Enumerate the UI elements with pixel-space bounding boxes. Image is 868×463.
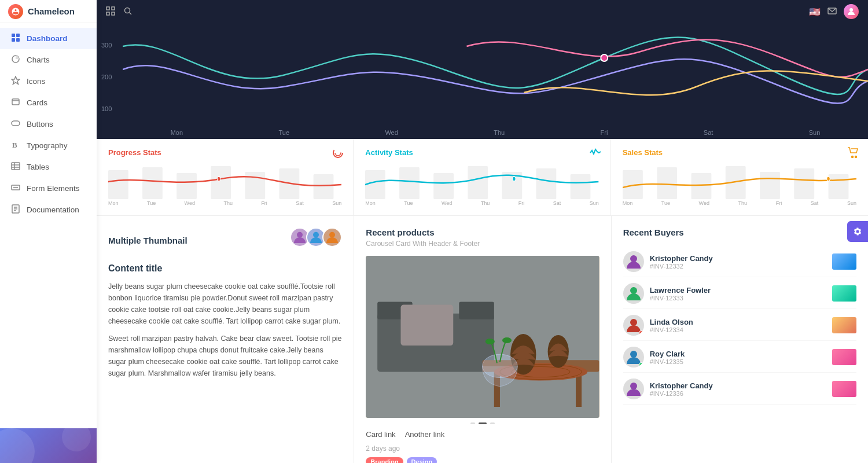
tag-design[interactable]: Design xyxy=(407,457,437,463)
avatar-3 xyxy=(322,227,342,247)
content-title: Content title xyxy=(108,263,342,274)
brand-logo xyxy=(8,4,23,19)
svg-point-24 xyxy=(125,8,130,13)
sidebar-item-icons[interactable]: Icons xyxy=(0,71,97,92)
svg-rect-44 xyxy=(536,168,557,199)
sidebar-item-form-elements[interactable]: Form Elements xyxy=(0,178,97,199)
dot-2[interactable] xyxy=(490,422,495,424)
stat-x-labels-sales: MonTueWedThuFriSatSun xyxy=(623,200,856,206)
carousel-dots xyxy=(366,422,599,424)
svg-point-46 xyxy=(513,177,516,181)
card-link[interactable]: Card link xyxy=(366,430,395,439)
svg-point-80 xyxy=(630,383,637,389)
svg-rect-54 xyxy=(794,168,814,199)
chart-x-labels: Mon Tue Wed Thu Fri Sat Sun xyxy=(123,129,868,136)
svg-rect-51 xyxy=(691,173,711,199)
topbar-left xyxy=(106,6,133,17)
sidebar-item-documentation[interactable]: Documentation xyxy=(0,199,97,221)
svg-rect-42 xyxy=(468,166,488,199)
form-elements-icon xyxy=(10,183,21,194)
main-chart-area: 300 200 100 Mon Tue Wed Thu Fri Sat Sun xyxy=(97,23,868,139)
dot-1[interactable] xyxy=(479,422,487,424)
thumbnail-avatars xyxy=(290,227,342,247)
buyer-item-2: Linda Olson #INV-12334 xyxy=(623,310,856,341)
sidebar-item-typography[interactable]: B Typography xyxy=(0,135,97,156)
svg-rect-2 xyxy=(12,38,15,42)
sidebar-item-dashboard[interactable]: Dashboard xyxy=(0,28,97,49)
main-chart-svg xyxy=(123,23,868,124)
svg-point-56 xyxy=(826,177,830,181)
svg-rect-64 xyxy=(401,305,454,346)
content-area: Progress Stats xyxy=(97,139,868,463)
stat-icon-sales xyxy=(847,147,859,161)
sidebar-item-tables[interactable]: Tables xyxy=(0,156,97,178)
sidebar-item-buttons[interactable]: Buttons xyxy=(0,113,97,135)
mail-icon[interactable] xyxy=(827,6,837,17)
sidebar-item-cards[interactable]: Cards xyxy=(0,92,97,113)
settings-fab[interactable] xyxy=(847,221,868,242)
dot-0[interactable] xyxy=(470,422,475,424)
svg-rect-0 xyxy=(12,34,15,37)
buyer-info-1: Lawrence Fowler #INV-12333 xyxy=(650,286,826,302)
sidebar-label-form-elements: Form Elements xyxy=(27,184,80,193)
sidebar: Chameleon Dashboard Charts Icons Cards xyxy=(0,0,97,463)
svg-point-30 xyxy=(335,150,341,156)
buyer-name-2: Linda Olson xyxy=(650,318,826,326)
svg-point-77 xyxy=(630,287,637,294)
chart-y-labels: 300 200 100 xyxy=(97,23,123,139)
sidebar-label-icons: Icons xyxy=(27,77,45,86)
content-body: Jelly beans sugar plum cheesecake cookie… xyxy=(108,281,342,379)
x-label-fri: Fri xyxy=(601,129,608,136)
charts-icon xyxy=(10,54,21,65)
buyers-header: Recent Buyers ↻ xyxy=(623,227,856,240)
svg-point-27 xyxy=(849,8,853,12)
svg-point-57 xyxy=(297,232,303,238)
user-avatar[interactable] xyxy=(844,4,859,19)
buyer-inv-3: #INV-12335 xyxy=(650,358,826,365)
buyer-avatar-3 xyxy=(623,347,644,368)
sidebar-label-documentation: Documentation xyxy=(27,205,79,214)
svg-rect-37 xyxy=(314,174,334,199)
svg-point-74 xyxy=(486,339,495,344)
buyer-inv-0: #INV-12332 xyxy=(650,263,826,270)
stat-mini-chart-sales xyxy=(623,161,856,199)
flag-icon[interactable]: 🇺🇸 xyxy=(809,6,821,17)
x-label-tue: Tue xyxy=(278,129,289,136)
svg-point-78 xyxy=(630,319,637,326)
buyer-avatar-4 xyxy=(623,379,644,399)
topbar-right: 🇺🇸 xyxy=(809,4,859,19)
svg-point-59 xyxy=(329,232,335,238)
sidebar-label-cards: Cards xyxy=(27,98,47,107)
buyer-info-4: Kristopher Candy #INV-12336 xyxy=(650,381,826,397)
svg-point-76 xyxy=(630,255,637,262)
svg-rect-35 xyxy=(245,172,265,199)
sidebar-label-tables: Tables xyxy=(27,163,49,171)
svg-rect-32 xyxy=(142,167,163,199)
status-dot-green xyxy=(639,362,643,367)
buyer-inv-1: #INV-12333 xyxy=(650,295,826,302)
cards-icon xyxy=(10,97,21,108)
svg-rect-21 xyxy=(112,7,115,10)
another-link[interactable]: Another link xyxy=(405,430,445,439)
stat-title-progress: Progress Stats xyxy=(108,148,341,157)
y-label-300: 300 xyxy=(101,42,123,49)
sidebar-item-charts[interactable]: Charts xyxy=(0,49,97,71)
main-content: 🇺🇸 300 200 100 Mon xyxy=(97,0,868,463)
brand-name: Chameleon xyxy=(28,6,75,16)
buyer-avatar-1 xyxy=(623,283,644,304)
buyer-name-3: Roy Clark xyxy=(650,350,826,358)
expand-icon[interactable] xyxy=(106,6,115,17)
svg-rect-41 xyxy=(434,173,454,199)
svg-point-47 xyxy=(852,156,854,158)
buyer-thumb-1 xyxy=(832,285,856,302)
product-carousel xyxy=(366,256,599,424)
search-icon[interactable] xyxy=(123,6,133,17)
product-tags: Branding Design xyxy=(366,457,599,463)
stat-x-labels-progress: MonTueWedThuFriSatSun xyxy=(108,200,341,206)
sidebar-label-buttons: Buttons xyxy=(27,120,53,128)
svg-rect-33 xyxy=(176,173,197,199)
status-dot-red xyxy=(639,330,643,335)
x-label-sat: Sat xyxy=(704,129,713,136)
buyer-item-4: Kristopher Candy #INV-12336 xyxy=(623,374,856,405)
tag-branding[interactable]: Branding xyxy=(366,457,403,463)
